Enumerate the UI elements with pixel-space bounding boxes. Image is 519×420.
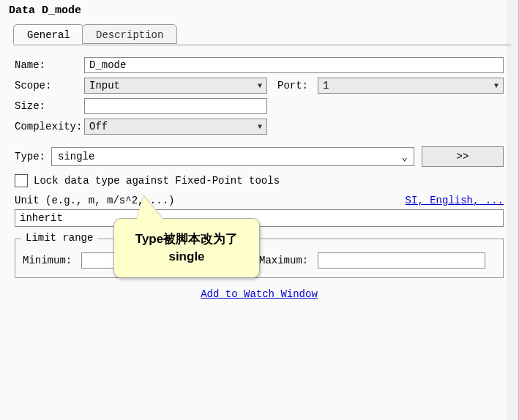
- complexity-label: Complexity:: [15, 121, 84, 132]
- tab-description[interactable]: Description: [82, 24, 177, 44]
- scope-dropdown[interactable]: Input ▼: [84, 78, 267, 94]
- minimum-label: Minimum:: [23, 255, 81, 266]
- annotation-callout: Type被脚本改为了single: [113, 218, 260, 278]
- name-input[interactable]: [84, 57, 504, 73]
- vertical-scrollbar[interactable]: [507, 0, 518, 420]
- panel-title: Data D_mode: [0, 0, 518, 21]
- port-dropdown[interactable]: 1 ▼: [318, 78, 504, 94]
- chevron-down-icon: ▼: [258, 123, 262, 131]
- chevron-down-icon: ⌄: [402, 151, 408, 163]
- lock-label: Lock data type against Fixed-Point tools: [34, 175, 280, 187]
- limit-range-legend: Limit range: [21, 232, 97, 244]
- tab-general-label: General: [27, 29, 70, 41]
- name-label: Name:: [15, 59, 84, 71]
- scope-value: Input: [89, 80, 120, 91]
- tab-strip: General Description: [13, 24, 511, 45]
- maximum-label: Maximum:: [259, 255, 318, 266]
- size-label: Size:: [15, 100, 84, 112]
- annotation-text: Type被脚本改为了single: [120, 230, 253, 266]
- chevron-down-icon: ▼: [494, 82, 499, 90]
- type-more-label: >>: [457, 151, 469, 162]
- add-to-watch-link[interactable]: Add to Watch Window: [201, 288, 318, 300]
- complexity-dropdown[interactable]: Off ▼: [84, 119, 267, 135]
- unit-systems-link[interactable]: SI, English, ...: [406, 195, 504, 206]
- type-label: Type:: [15, 151, 51, 162]
- port-value: 1: [323, 80, 329, 91]
- tab-description-label: Description: [96, 29, 163, 41]
- type-dropdown[interactable]: single ⌄: [51, 147, 414, 166]
- size-input[interactable]: [84, 98, 267, 114]
- scope-label: Scope:: [15, 80, 84, 91]
- complexity-value: Off: [89, 121, 108, 132]
- lock-checkbox[interactable]: [15, 174, 28, 187]
- type-more-button[interactable]: >>: [422, 146, 504, 167]
- port-label: Port:: [277, 80, 318, 91]
- maximum-input[interactable]: [318, 252, 485, 269]
- tab-general[interactable]: General: [13, 24, 84, 44]
- chevron-down-icon: ▼: [258, 82, 262, 90]
- type-value: single: [58, 151, 94, 162]
